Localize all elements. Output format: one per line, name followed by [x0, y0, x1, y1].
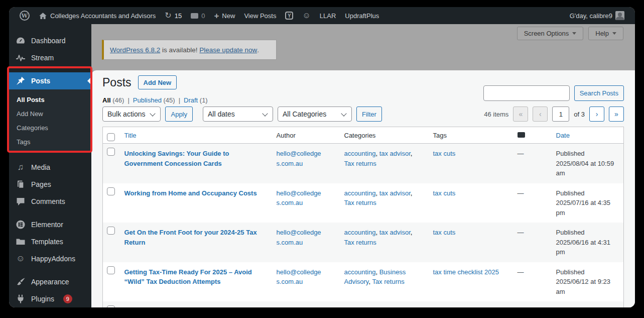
- sidebar-item-stream[interactable]: Stream: [9, 49, 91, 66]
- updates-menu[interactable]: ↻ 15: [160, 7, 186, 24]
- update-count: 15: [175, 12, 182, 20]
- my-account-menu[interactable]: G'day, calibre9: [565, 7, 629, 24]
- row-checkbox[interactable]: [107, 305, 115, 307]
- view-published[interactable]: Published (45): [133, 96, 175, 104]
- site-name-menu[interactable]: Colledges Accountants and Advisors: [34, 7, 160, 24]
- tags-cell: tax cuts: [428, 144, 512, 183]
- author-link[interactable]: hello@colledges.com.au: [277, 268, 321, 286]
- category-link[interactable]: Tax returns: [344, 199, 376, 206]
- post-date: 2025/06/12 at 9:23 am: [556, 277, 619, 296]
- help-button[interactable]: Help: [588, 27, 623, 40]
- view-all[interactable]: All (46): [102, 96, 124, 104]
- sidebar-item-media[interactable]: ♫ Media: [9, 159, 91, 176]
- post-date: 2025/08/04 at 10:59 am: [556, 159, 619, 178]
- submenu-item-all-posts[interactable]: All Posts: [9, 92, 91, 107]
- author-link[interactable]: hello@colledges.com.au: [277, 229, 321, 246]
- dates-filter-select[interactable]: All dates: [203, 107, 273, 122]
- screen-options-button[interactable]: Screen Options: [517, 27, 584, 40]
- sidebar-item-plugins[interactable]: Plugins 9: [9, 290, 91, 307]
- bulk-actions-select[interactable]: Bulk actions: [102, 107, 161, 122]
- site-name: Colledges Accountants and Advisors: [50, 12, 156, 20]
- submenu-label: Categories: [17, 124, 48, 132]
- comment-count-dash: —: [518, 229, 524, 236]
- wordpress-version-link[interactable]: WordPress 6.8.2: [110, 46, 160, 54]
- row-checkbox[interactable]: [107, 266, 115, 274]
- stream-icon: [16, 53, 26, 63]
- comments-menu[interactable]: 0: [186, 7, 209, 24]
- last-page-button[interactable]: »: [609, 107, 624, 122]
- search-posts-button[interactable]: Search Posts: [574, 85, 624, 101]
- view-count: (46): [112, 96, 124, 104]
- post-title-link[interactable]: Unlocking Savings: Your Guide to Governm…: [124, 150, 229, 167]
- sort-title-header[interactable]: Title: [124, 132, 137, 139]
- post-title-link[interactable]: Get On the Front Foot for your 2024-25 T…: [124, 229, 257, 246]
- submenu-item-tags[interactable]: Tags: [9, 135, 91, 149]
- apply-button[interactable]: Apply: [165, 107, 193, 122]
- sidebar-item-dashboard[interactable]: Dashboard: [9, 32, 91, 49]
- view-count: (1): [200, 96, 208, 104]
- submenu-item-add-new[interactable]: Add New: [9, 107, 91, 121]
- comments-cell: —: [512, 223, 551, 262]
- category-link[interactable]: accounting: [344, 189, 376, 197]
- new-label: New: [222, 12, 235, 20]
- submenu-item-categories[interactable]: Categories: [9, 121, 91, 135]
- category-link[interactable]: Tax returns: [344, 239, 376, 246]
- category-link[interactable]: accounting: [344, 229, 376, 236]
- author-link[interactable]: hello@colledges.com.au: [277, 150, 321, 167]
- sidebar-item-elementor[interactable]: Elementor: [9, 216, 91, 233]
- add-new-button[interactable]: Add New: [138, 75, 177, 89]
- new-content-menu[interactable]: + New: [209, 7, 239, 24]
- sidebar-item-happyaddons[interactable]: ☺ HappyAddons: [9, 250, 91, 267]
- submenu-label: All Posts: [17, 96, 45, 103]
- tag-link[interactable]: tax time checklist 2025: [433, 268, 499, 276]
- happyaddons-bar-menu[interactable]: ☺: [298, 7, 315, 24]
- current-page-input[interactable]: [552, 107, 569, 122]
- yoast-menu[interactable]: Y: [281, 7, 298, 24]
- category-link[interactable]: tax advisor: [379, 150, 411, 157]
- author-cell: hello@colledges.com.au: [272, 223, 339, 262]
- post-title-link[interactable]: Working from Home and Occupancy Costs: [124, 189, 257, 197]
- comments-column-icon: [518, 132, 525, 138]
- sidebar-item-templates[interactable]: Templates: [9, 233, 91, 250]
- categories-filter-select[interactable]: All Categories: [278, 107, 352, 122]
- sidebar-item-label: Posts: [31, 77, 50, 85]
- filter-button[interactable]: Filter: [356, 107, 382, 122]
- sidebar-item-comments[interactable]: Comments: [9, 193, 91, 210]
- sidebar-item-appearance[interactable]: Appearance: [9, 273, 91, 290]
- table-header-row: Title Author Categories Tags Date: [103, 127, 624, 144]
- tag-link[interactable]: tax cuts: [433, 189, 456, 197]
- row-checkbox[interactable]: [107, 148, 115, 156]
- category-link[interactable]: accounting: [344, 268, 376, 276]
- first-page-button[interactable]: «: [513, 107, 528, 122]
- wp-logo-menu[interactable]: W: [15, 7, 34, 24]
- sidebar-item-pages[interactable]: Pages: [9, 176, 91, 193]
- select-all-checkbox[interactable]: [107, 133, 115, 141]
- view-posts-menu[interactable]: View Posts: [239, 7, 281, 24]
- category-link[interactable]: Tax returns: [372, 278, 404, 285]
- author-header: Author: [272, 127, 339, 144]
- llar-menu[interactable]: LLAR: [315, 7, 341, 24]
- sort-date-header[interactable]: Date: [556, 132, 570, 139]
- author-cell: hello@colledges.com.au: [272, 144, 339, 183]
- tag-link[interactable]: tax cuts: [433, 229, 456, 236]
- category-link[interactable]: accounting: [344, 150, 376, 157]
- update-now-link[interactable]: Please update now: [199, 46, 257, 54]
- category-link[interactable]: Tax returns: [344, 160, 376, 167]
- category-link[interactable]: tax advisor: [379, 189, 411, 197]
- search-input[interactable]: [483, 85, 570, 101]
- post-title-link[interactable]: Getting Tax-Time Ready For 2025 – Avoid …: [124, 268, 252, 286]
- view-draft[interactable]: Draft (1): [184, 96, 208, 104]
- view-label: Published: [133, 96, 162, 104]
- prev-page-button[interactable]: ‹: [533, 107, 548, 122]
- next-page-button[interactable]: ›: [589, 107, 604, 122]
- row-checkbox[interactable]: [107, 227, 115, 235]
- tag-link[interactable]: tax cuts: [433, 150, 456, 157]
- media-icon: ♫: [16, 162, 26, 172]
- author-link[interactable]: hello@colledges.com.au: [277, 189, 321, 207]
- sidebar-item-posts[interactable]: Posts: [9, 72, 91, 89]
- categories-cell: accounting, tax advisor, Tax returns: [339, 223, 428, 262]
- category-link[interactable]: tax advisor: [379, 229, 411, 236]
- row-checkbox[interactable]: [107, 187, 115, 195]
- updraftplus-menu[interactable]: UpdraftPlus: [340, 7, 383, 24]
- sidebar-item-label: Plugins: [31, 295, 54, 303]
